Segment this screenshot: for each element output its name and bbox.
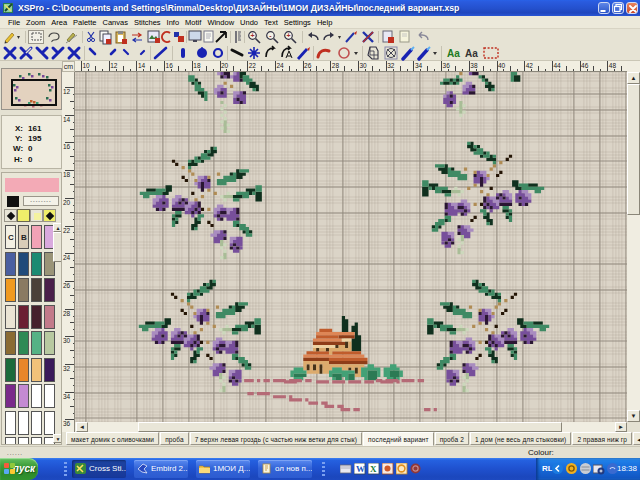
svg-text:+: +	[286, 32, 290, 39]
svg-text:Aa: Aa	[447, 48, 460, 59]
svg-text:W: W	[356, 464, 365, 474]
svg-text:+: +	[250, 32, 254, 39]
svg-text:Aa: Aa	[465, 48, 478, 59]
svg-text:X: X	[370, 464, 377, 474]
